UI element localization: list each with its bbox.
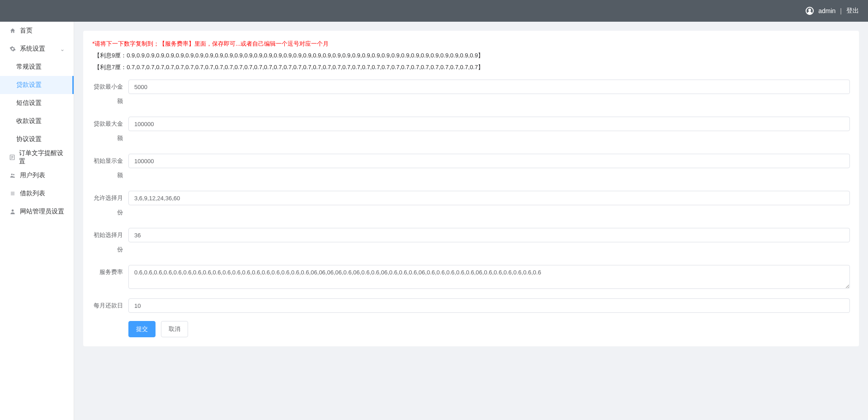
cancel-button[interactable]: 取消 bbox=[161, 321, 188, 337]
sidebar-item-label: 订单文字提醒设置 bbox=[19, 149, 65, 165]
sidebar-item-loan-list[interactable]: 借款列表 bbox=[0, 184, 74, 203]
hint-main: *请将下一下数字复制到；【服务费率】里面，保存即可...或者自己编辑一个逗号对应… bbox=[92, 40, 850, 48]
sidebar-item-label: 网站管理员设置 bbox=[20, 208, 64, 216]
submit-button[interactable]: 提交 bbox=[128, 321, 156, 337]
sidebar-item-admin-settings[interactable]: 网站管理员设置 bbox=[0, 203, 74, 221]
content-card: *请将下一下数字复制到；【服务费率】里面，保存即可...或者自己编辑一个逗号对应… bbox=[83, 31, 859, 346]
sidebar-item-label: 借款列表 bbox=[20, 189, 45, 198]
sidebar-item-order-text[interactable]: 订单文字提醒设置 bbox=[0, 148, 74, 166]
label-initial-month: 初始选择月份 bbox=[92, 228, 128, 257]
logout-link[interactable]: 登出 bbox=[846, 7, 859, 15]
label-repay-day: 每月还款日 bbox=[92, 298, 128, 313]
header-username: admin bbox=[818, 7, 835, 14]
sidebar-item-loan-settings[interactable]: 贷款设置 bbox=[0, 76, 74, 94]
sidebar-item-general-settings[interactable]: 常规设置 bbox=[0, 58, 74, 76]
sidebar-item-label: 短信设置 bbox=[16, 99, 42, 107]
loan-settings-form: 贷款最小金额 贷款最大金额 初始显示金额 bbox=[92, 80, 850, 337]
users-icon bbox=[9, 172, 16, 179]
svg-point-4 bbox=[11, 174, 13, 175]
sidebar-item-label: 收款设置 bbox=[16, 117, 42, 125]
list-icon bbox=[9, 190, 16, 197]
input-max-amount[interactable] bbox=[128, 117, 850, 131]
gear-icon bbox=[9, 45, 16, 52]
svg-point-5 bbox=[13, 174, 14, 175]
header: admin | 登出 bbox=[0, 0, 868, 22]
sidebar-item-label: 用户列表 bbox=[20, 171, 45, 179]
sidebar-item-label: 系统设置 bbox=[20, 45, 45, 53]
svg-point-9 bbox=[12, 209, 14, 212]
sidebar-item-label: 贷款设置 bbox=[16, 81, 42, 89]
sidebar-item-sms-settings[interactable]: 短信设置 bbox=[0, 94, 74, 112]
input-initial-amount[interactable] bbox=[128, 154, 850, 168]
label-max-amount: 贷款最大金额 bbox=[92, 117, 128, 146]
textarea-service-rate[interactable] bbox=[128, 265, 850, 289]
sidebar: 首页 系统设置 ⌃ 常规设置 贷款设置 短信设置 收款设置 协议设置 订 bbox=[0, 22, 74, 420]
user-avatar-icon bbox=[806, 7, 814, 15]
sidebar-item-agreement-settings[interactable]: 协议设置 bbox=[0, 130, 74, 148]
sidebar-item-label: 协议设置 bbox=[16, 135, 42, 143]
sidebar-item-label: 常规设置 bbox=[16, 63, 42, 71]
hint-rate-7: 【利息7厘：0.7,0.7,0.7,0.7,0.7,0.7,0.7,0.7,0.… bbox=[94, 63, 850, 71]
chevron-down-icon: ⌃ bbox=[60, 46, 65, 52]
label-min-amount: 贷款最小金额 bbox=[92, 80, 128, 109]
hint-rate-9: 【利息9厘：0.9,0.9,0.9,0.9,0.9,0.9,0.9,0.9,0.… bbox=[94, 52, 850, 60]
label-initial-amount: 初始显示金额 bbox=[92, 154, 128, 183]
sidebar-item-user-list[interactable]: 用户列表 bbox=[0, 166, 74, 184]
sidebar-item-home[interactable]: 首页 bbox=[0, 22, 74, 40]
main-content: *请将下一下数字复制到；【服务费率】里面，保存即可...或者自己编辑一个逗号对应… bbox=[74, 22, 868, 420]
input-repay-day[interactable] bbox=[128, 298, 850, 313]
header-separator: | bbox=[840, 7, 842, 14]
sidebar-item-payment-settings[interactable]: 收款设置 bbox=[0, 112, 74, 130]
input-initial-month[interactable] bbox=[128, 228, 850, 242]
sidebar-item-system-settings[interactable]: 系统设置 ⌃ bbox=[0, 40, 74, 58]
label-allowed-months: 允许选择月份 bbox=[92, 191, 128, 220]
user-icon bbox=[9, 208, 16, 215]
document-icon bbox=[9, 154, 15, 161]
input-allowed-months[interactable] bbox=[128, 191, 850, 205]
home-icon bbox=[9, 27, 16, 34]
input-min-amount[interactable] bbox=[128, 80, 850, 94]
sidebar-item-label: 首页 bbox=[20, 27, 33, 35]
label-service-rate: 服务费率 bbox=[92, 265, 128, 279]
